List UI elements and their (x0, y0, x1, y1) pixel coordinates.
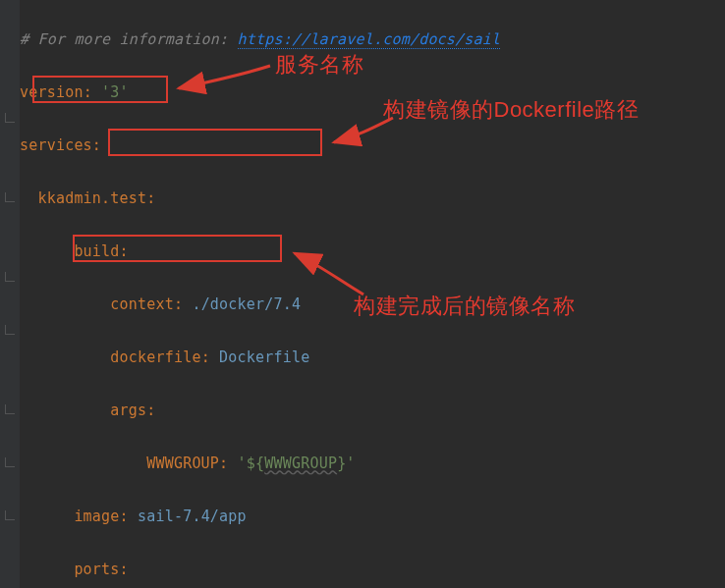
code-line: kkadmin.test: (20, 186, 725, 212)
image-key: image (74, 508, 119, 525)
context-key: context (110, 295, 174, 313)
gutter (0, 0, 20, 588)
code-line: services: (20, 133, 725, 159)
code-line: dockerfile: Dockerfile (20, 345, 725, 371)
annotation-image: 构建完成后的镜像名称 (354, 293, 575, 319)
annotation-context: 构建镜像的Dockerfile路径 (383, 96, 639, 123)
fold-marker[interactable] (5, 113, 15, 123)
code-line: image: sail-7.4/app (20, 504, 725, 530)
annotation-service: 服务名称 (275, 51, 363, 78)
code-line: args: (20, 398, 725, 424)
code-line: # For more information: https://laravel.… (20, 27, 725, 53)
fold-marker[interactable] (5, 325, 15, 335)
service-name-key: kkadmin.test (37, 189, 146, 207)
fold-marker[interactable] (5, 510, 15, 520)
fold-marker[interactable] (5, 404, 15, 414)
doc-url[interactable]: https://laravel.com/docs/sail (238, 30, 501, 49)
fold-marker[interactable] (5, 457, 15, 467)
fold-marker[interactable] (5, 192, 15, 202)
comment-prefix: # For more information: (20, 30, 238, 48)
code-line: WWWGROUP: '${WWWGROUP}' (20, 451, 725, 477)
code-line: build: (20, 239, 725, 265)
fold-marker[interactable] (5, 272, 15, 282)
code-line: ports: (20, 557, 725, 583)
